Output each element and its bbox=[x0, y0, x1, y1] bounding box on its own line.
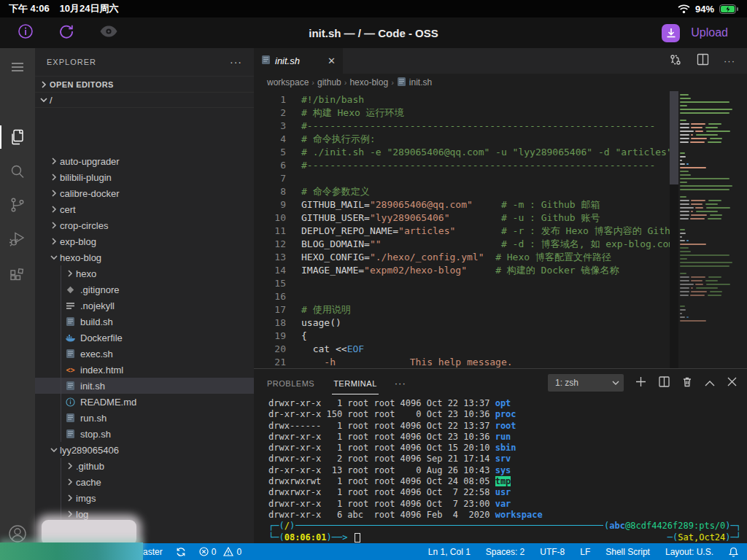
tree-item-build-sh[interactable]: build.sh bbox=[35, 314, 254, 330]
extensions-icon[interactable] bbox=[0, 261, 35, 290]
code-line: 16 bbox=[254, 290, 706, 303]
status-item[interactable]: Shell Script bbox=[605, 547, 650, 557]
status-item[interactable]: LF bbox=[580, 547, 590, 557]
tree-item-crop-circles[interactable]: crop-circles bbox=[35, 217, 254, 233]
sync-icon[interactable] bbox=[176, 547, 186, 557]
tree-item-label: exp-blog bbox=[60, 236, 96, 247]
chevron-down-icon bbox=[48, 252, 60, 263]
status-item[interactable]: Spaces: 2 bbox=[486, 547, 525, 557]
debug-icon[interactable] bbox=[0, 225, 35, 254]
source-control-icon[interactable] bbox=[0, 190, 35, 219]
minimap[interactable] bbox=[678, 91, 747, 368]
shell-selector[interactable]: 1: zsh bbox=[548, 374, 624, 392]
terminal-content[interactable]: drwxr-xr-x 1 root root 4096 Oct 22 13:37… bbox=[268, 398, 741, 543]
new-terminal-icon[interactable] bbox=[635, 376, 646, 390]
more-actions-icon[interactable]: ··· bbox=[724, 55, 735, 66]
breadcrumb-item[interactable]: hexo-blog bbox=[349, 77, 388, 88]
tree-item-lyy289065406[interactable]: lyy289065406 bbox=[35, 442, 254, 458]
tree-item-dockerfile[interactable]: Dockerfile bbox=[35, 330, 254, 346]
terminal-line: drwxr-xr-x 1 root root 4096 Oct 15 20:10… bbox=[268, 443, 741, 454]
download-icon[interactable] bbox=[662, 24, 680, 42]
shell-file-icon bbox=[64, 412, 77, 424]
tree-item-init-sh[interactable]: init.sh bbox=[35, 378, 254, 394]
tree-item--github[interactable]: .github bbox=[35, 458, 254, 474]
tree-item--nojekyll[interactable]: .nojekyll bbox=[35, 298, 254, 314]
tree-item-label: exec.sh bbox=[80, 349, 113, 359]
tree-item-hexo-blog[interactable]: hexo-blog bbox=[35, 249, 254, 265]
line-number: 12 bbox=[254, 238, 286, 251]
chevron-down-icon bbox=[612, 378, 619, 388]
code-editor[interactable]: 1#!/bin/bash2# 构建 Hexo 运行环境3#-----------… bbox=[254, 91, 747, 368]
tree-item-cache[interactable]: cache bbox=[35, 474, 254, 490]
close-panel-icon[interactable] bbox=[727, 376, 737, 389]
tree-item-exec-sh[interactable]: exec.sh bbox=[35, 346, 254, 362]
tree-item-bilibili-plugin[interactable]: bilibili-plugin bbox=[35, 169, 254, 185]
info-circle-icon bbox=[64, 396, 77, 408]
tree-item-label: log bbox=[76, 509, 88, 520]
tree-item-calibre-docker[interactable]: calibre-docker bbox=[35, 185, 254, 201]
kill-terminal-icon[interactable] bbox=[682, 376, 692, 390]
bell-icon[interactable] bbox=[729, 547, 738, 557]
tree-item-exp-blog[interactable]: exp-blog bbox=[35, 233, 254, 249]
refresh-icon[interactable] bbox=[58, 23, 74, 42]
root-folder-row[interactable]: / bbox=[35, 92, 254, 108]
breadcrumb-item[interactable]: workspace bbox=[267, 77, 309, 88]
line-number: 18 bbox=[254, 316, 286, 330]
breadcrumb-item[interactable]: github bbox=[317, 77, 341, 88]
menu-icon[interactable] bbox=[0, 52, 35, 82]
explorer-icon[interactable] bbox=[0, 122, 35, 152]
activity-bar bbox=[0, 48, 35, 543]
line-number: 20 bbox=[254, 343, 286, 356]
chevron-right-icon bbox=[48, 155, 60, 167]
open-editors-label: OPEN EDITORS bbox=[50, 80, 114, 89]
breadcrumb[interactable]: workspace›github›hexo-blog›init.sh bbox=[254, 74, 747, 91]
breadcrumb-item[interactable]: init.sh bbox=[409, 77, 432, 88]
tree-item-imgs[interactable]: imgs bbox=[35, 490, 254, 506]
code-line: 18usage() bbox=[254, 316, 706, 330]
close-tab-icon[interactable]: ✕ bbox=[328, 55, 336, 66]
open-changes-icon[interactable] bbox=[669, 53, 682, 69]
shell-file-icon bbox=[397, 77, 406, 89]
editor-scrollbar-thumb[interactable] bbox=[670, 91, 678, 184]
tree-item-label: hexo bbox=[76, 268, 96, 279]
search-icon[interactable] bbox=[0, 158, 35, 187]
problems-item[interactable]: 0 0 bbox=[199, 547, 241, 557]
tab-terminal[interactable]: TERMINAL bbox=[332, 372, 379, 394]
info-icon[interactable] bbox=[18, 23, 34, 42]
split-editor-icon[interactable] bbox=[697, 53, 709, 69]
tree-item-auto-upgrader[interactable]: auto-upgrader bbox=[35, 153, 254, 169]
breadcrumb-separator: › bbox=[391, 78, 394, 87]
tree-item-index-html[interactable]: <>index.html bbox=[35, 362, 254, 378]
tree-item-label: README.md bbox=[80, 397, 136, 408]
tree-item-hexo[interactable]: hexo bbox=[35, 265, 254, 281]
explorer-more-icon[interactable]: ··· bbox=[230, 56, 242, 68]
open-editors-section[interactable]: OPEN EDITORS bbox=[35, 76, 254, 92]
panel-more-icon[interactable]: ··· bbox=[395, 378, 406, 389]
upload-button[interactable]: Upload bbox=[691, 26, 728, 39]
code-line: 1#!/bin/bash bbox=[254, 93, 706, 106]
html-icon: <> bbox=[64, 364, 77, 376]
code-content: 1#!/bin/bash2# 构建 Hexo 运行环境3#-----------… bbox=[254, 93, 706, 368]
tree-item--gitignore[interactable]: .gitignore bbox=[35, 281, 254, 298]
tab-problems[interactable]: PROBLEMS bbox=[266, 372, 316, 394]
eye-icon[interactable] bbox=[99, 25, 118, 41]
code-line: 21 -h This help message. bbox=[254, 356, 706, 368]
maximize-panel-icon[interactable] bbox=[705, 376, 715, 389]
status-item[interactable]: UTF-8 bbox=[540, 547, 565, 557]
tree-item-label: calibre-docker bbox=[60, 188, 120, 199]
status-item[interactable]: Ln 1, Col 1 bbox=[428, 547, 471, 557]
tree-item-stop-sh[interactable]: stop.sh bbox=[35, 426, 254, 442]
line-number: 21 bbox=[254, 356, 286, 368]
status-item[interactable]: Layout: U.S. bbox=[665, 547, 713, 557]
tree-item-run-sh[interactable]: run.sh bbox=[35, 410, 254, 426]
tree-item-readme-md[interactable]: README.md bbox=[35, 394, 254, 410]
line-number: 7 bbox=[254, 172, 286, 185]
terminal-cursor bbox=[355, 533, 360, 542]
tab-label: init.sh bbox=[275, 55, 300, 66]
split-terminal-icon[interactable] bbox=[659, 376, 670, 390]
tab-init-sh[interactable]: init.sh ✕ bbox=[254, 48, 343, 74]
tree-item-cert[interactable]: cert bbox=[35, 201, 254, 217]
screen: 下午 4:06 10月24日周六 94% init.sh — / — Code … bbox=[0, 0, 747, 560]
workbench: EXPLORER ··· OPEN EDITORS / auto-upgrade… bbox=[0, 48, 747, 543]
censored-area bbox=[0, 542, 143, 560]
